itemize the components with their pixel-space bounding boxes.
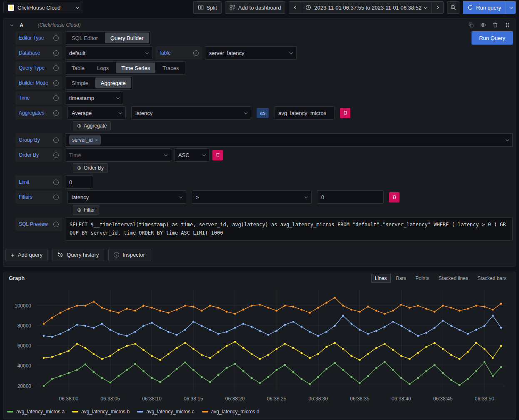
info-icon[interactable]: [53, 95, 59, 101]
info-icon[interactable]: [193, 50, 199, 56]
group-by-tag[interactable]: server_id: [69, 135, 101, 145]
add-filter-button[interactable]: Filter: [73, 205, 99, 215]
run-query-dropdown-button[interactable]: [506, 1, 516, 14]
legend-item[interactable]: avg_latency_micros a: [7, 409, 65, 415]
eye-icon[interactable]: [480, 22, 486, 28]
add-aggregate-button[interactable]: Aggregate: [73, 121, 111, 130]
field-label-text: Table: [159, 50, 171, 56]
order-by-field-select[interactable]: Time: [65, 148, 171, 162]
datasource-picker[interactable]: ClickHouse Cloud: [3, 2, 83, 13]
filter-value-input[interactable]: [317, 190, 384, 204]
legend-item[interactable]: avg_latency_micros c: [137, 409, 194, 415]
chevron-down-icon: [164, 152, 167, 156]
table-select[interactable]: server_latency: [205, 46, 297, 60]
duplicate-query-icon[interactable]: [468, 22, 474, 28]
time-back-button[interactable]: [289, 1, 301, 14]
group-by-select[interactable]: server_id: [65, 133, 513, 147]
info-icon[interactable]: [53, 35, 59, 41]
order-by-direction-select[interactable]: ASC: [174, 148, 210, 162]
svg-text:06:38:10: 06:38:10: [142, 396, 162, 402]
info-icon[interactable]: [53, 195, 59, 200]
split-button[interactable]: Split: [193, 1, 222, 14]
info-icon[interactable]: [53, 138, 59, 143]
aggregate-function-select[interactable]: Average: [67, 106, 126, 120]
query-history-label: Query history: [67, 252, 99, 258]
filter-column-select[interactable]: latency: [67, 190, 186, 204]
collapse-query-icon[interactable]: [10, 22, 13, 26]
info-icon[interactable]: [53, 65, 59, 71]
database-select[interactable]: default: [65, 46, 152, 60]
filter-operator-select[interactable]: >: [192, 190, 312, 204]
aggregate-alias-input[interactable]: [274, 106, 334, 120]
chevron-down-icon: [244, 110, 247, 114]
info-icon[interactable]: [53, 222, 59, 227]
aggregates-row: Aggregates Average latency as: [15, 106, 513, 120]
sql-preview-row: SQL Preview SELECT $__timeInterval(times…: [15, 218, 513, 241]
graph-header: Graph Lines Bars Points Stacked lines St…: [4, 272, 515, 285]
field-label-text: Filters: [19, 194, 32, 200]
add-filter-row: Filter: [73, 205, 513, 215]
limit-input[interactable]: [65, 175, 93, 189]
zoom-out-button[interactable]: [447, 1, 459, 14]
remove-query-icon[interactable]: [492, 22, 498, 28]
run-query-editor-button[interactable]: Run Query: [472, 31, 513, 45]
chevron-down-icon: [145, 50, 149, 54]
info-icon[interactable]: [53, 180, 59, 185]
info-icon[interactable]: [53, 50, 59, 56]
aggregate-column-select[interactable]: latency: [131, 106, 251, 120]
chevron-down-icon: [76, 5, 79, 8]
option-time-series[interactable]: Time Series: [116, 62, 155, 73]
remove-filter-button[interactable]: [389, 192, 399, 202]
group-by-row: Group By server_id: [15, 133, 513, 147]
mode-points[interactable]: Points: [412, 274, 433, 283]
graph-panel: Graph Lines Bars Points Stacked lines St…: [3, 272, 516, 419]
legend-item[interactable]: avg_latency_micros b: [72, 409, 130, 415]
legend-item[interactable]: avg_latency_micros d: [202, 409, 260, 415]
remove-order-by-button[interactable]: [212, 150, 223, 160]
builder-mode-row: Builder Mode Simple Aggregate: [15, 76, 513, 90]
field-label-text: SQL Preview: [19, 221, 48, 227]
option-table[interactable]: Table: [66, 62, 90, 73]
option-sql-editor[interactable]: SQL Editor: [66, 32, 103, 43]
option-aggregate[interactable]: Aggregate: [95, 78, 131, 88]
svg-text:40000: 40000: [17, 363, 32, 369]
field-label-text: Order By: [19, 152, 39, 158]
add-query-button[interactable]: Add query: [5, 249, 48, 261]
history-icon: [57, 252, 63, 258]
add-order-by-button[interactable]: Order By: [73, 163, 108, 172]
mode-lines[interactable]: Lines: [371, 274, 391, 283]
time-range-label: 2023-11-01 06:37:55 to 2023-11-01 06:38:…: [314, 5, 422, 11]
field-label-text: Limit: [19, 179, 29, 185]
remove-tag-icon[interactable]: [95, 137, 97, 143]
table-value: server_latency: [209, 50, 245, 56]
remove-aggregate-button[interactable]: [340, 108, 350, 118]
option-logs[interactable]: Logs: [92, 62, 114, 73]
field-label-text: Group By: [19, 137, 40, 143]
info-icon[interactable]: [53, 110, 59, 116]
mode-bars[interactable]: Bars: [392, 274, 410, 283]
option-simple[interactable]: Simple: [66, 78, 94, 88]
drag-handle-icon[interactable]: [504, 22, 510, 28]
time-forward-button[interactable]: [431, 1, 444, 14]
mode-stacked-bars[interactable]: Stacked bars: [474, 274, 510, 283]
mode-stacked-lines[interactable]: Stacked lines: [435, 274, 472, 283]
field-label-text: Builder Mode: [19, 80, 48, 86]
plus-circle-icon: [77, 207, 81, 213]
run-query-button[interactable]: Run query: [463, 1, 506, 14]
legend-series-marker: [137, 411, 143, 412]
inspector-button[interactable]: Inspector: [108, 249, 150, 261]
graph-canvas[interactable]: 06:38:0006:38:0506:38:1006:38:1506:38:20…: [9, 285, 510, 408]
time-picker-group: 2023-11-01 06:37:55 to 2023-11-01 06:38:…: [289, 1, 444, 14]
info-icon[interactable]: [53, 80, 59, 86]
graph-title: Graph: [9, 275, 25, 281]
info-icon[interactable]: [53, 152, 59, 158]
svg-text:06:38:45: 06:38:45: [433, 396, 453, 402]
option-traces[interactable]: Traces: [157, 62, 184, 73]
time-column-select[interactable]: timestamp: [65, 91, 123, 105]
query-history-button[interactable]: Query history: [52, 249, 104, 261]
chevron-down-icon: [202, 152, 206, 156]
time-range-button[interactable]: 2023-11-01 06:37:55 to 2023-11-01 06:38:…: [301, 1, 432, 14]
svg-text:80000: 80000: [17, 322, 32, 328]
add-to-dashboard-button[interactable]: Add to dashboard: [225, 1, 286, 14]
option-query-builder[interactable]: Query Builder: [105, 32, 149, 43]
